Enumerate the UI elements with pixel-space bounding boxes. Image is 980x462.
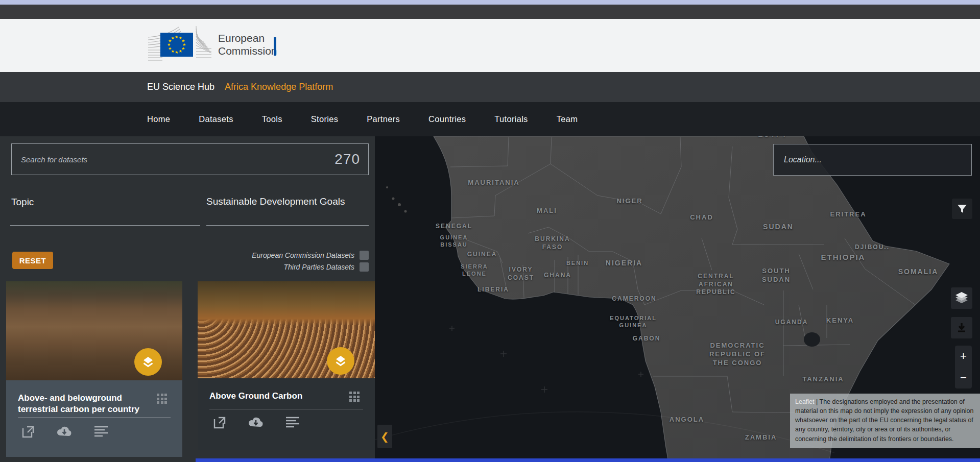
layers-icon (333, 354, 348, 368)
nav-item-partners[interactable]: Partners (367, 114, 400, 124)
checkbox-row-ec-datasets: European Commission Datasets (252, 251, 369, 260)
logo-right-lines (196, 26, 211, 58)
european-commission-logo[interactable]: European Commission (147, 24, 280, 69)
open-external-icon[interactable] (21, 425, 35, 439)
search-input[interactable] (12, 155, 334, 164)
sdg-select-underline[interactable] (206, 225, 369, 226)
dataset-thumbnail-logs[interactable] (198, 281, 375, 378)
zoom-out-button[interactable]: − (955, 367, 972, 388)
location-search-box (773, 144, 972, 176)
dataset-card[interactable]: Above Ground Carbon (198, 281, 375, 450)
logo-blue-bar (274, 37, 276, 56)
map-download-icon (957, 323, 967, 333)
sdg-select-label[interactable]: Sustainable Development Goals (206, 196, 345, 207)
nav-item-countries[interactable]: Countries (428, 114, 466, 124)
download-cloud-icon[interactable] (248, 416, 264, 428)
download-cloud-icon[interactable] (56, 425, 73, 437)
main-nav: HomeDatasetsToolsStoriesPartnersCountrie… (0, 102, 980, 136)
card-divider (209, 409, 363, 409)
description-lines-icon[interactable] (285, 416, 300, 428)
dataset-title[interactable]: Above- and belowground terrestrial carbo… (18, 393, 143, 415)
ec-datasets-label: European Commission Datasets (252, 251, 354, 259)
map-layers-icon (954, 291, 969, 305)
checkbox-row-third-party-datasets: Third Parties Datasets (284, 262, 369, 272)
description-lines-icon[interactable] (94, 425, 108, 437)
top-dark-strip (0, 5, 980, 19)
content-area: 270 Topic Sustainable Development Goals … (0, 136, 980, 462)
site-header: European Commission (0, 19, 980, 72)
third-party-datasets-checkbox[interactable] (360, 262, 369, 272)
nav-item-stories[interactable]: Stories (311, 114, 338, 124)
dataset-title[interactable]: Above Ground Carbon (209, 391, 334, 402)
footer-accent-bar (196, 458, 980, 462)
logo-text-line1: European (218, 32, 265, 44)
map-layers-button[interactable] (951, 287, 972, 309)
hub-platform-name[interactable]: Africa Knowledge Platform (225, 82, 333, 92)
dataset-card[interactable]: Above- and belowground terrestrial carbo… (6, 281, 182, 457)
datasets-sidebar: 270 Topic Sustainable Development Goals … (0, 136, 375, 462)
location-input[interactable] (774, 144, 971, 175)
africa-map[interactable]: EGYPTMAURITANIAMALINIGERCHADSUDANERITREA… (375, 136, 980, 462)
nav-item-tools[interactable]: Tools (262, 114, 282, 124)
topic-select-label[interactable]: Topic (11, 197, 34, 208)
ec-datasets-checkbox[interactable] (360, 251, 369, 260)
funnel-icon (957, 204, 967, 214)
nav-item-home[interactable]: Home (147, 114, 170, 124)
dataset-card-body: Above- and belowground terrestrial carbo… (6, 380, 182, 457)
hub-site-name[interactable]: EU Science Hub (147, 82, 214, 92)
zoom-in-button[interactable]: + (955, 346, 972, 367)
apps-grid-icon[interactable] (349, 392, 361, 403)
map-filter-button[interactable] (952, 199, 972, 219)
nav-item-tutorials[interactable]: Tutorials (494, 114, 528, 124)
topic-select-underline[interactable] (10, 225, 200, 226)
third-party-datasets-label: Third Parties Datasets (284, 263, 355, 271)
top-accent-strip (0, 0, 980, 5)
dataset-thumbnail-soil[interactable] (6, 281, 182, 380)
nav-item-team[interactable]: Team (557, 114, 578, 124)
add-layer-button[interactable] (134, 348, 162, 376)
dataset-card-body: Above Ground Carbon (198, 378, 375, 450)
nav-item-datasets[interactable]: Datasets (199, 114, 233, 124)
hub-bar: EU Science Hub Africa Knowledge Platform (0, 72, 980, 102)
map-download-button[interactable] (951, 317, 972, 338)
leaflet-link[interactable]: Leaflet (795, 398, 815, 405)
map-zoom-control: + − (955, 346, 972, 388)
map-attribution: Leaflet | The designations employed and … (790, 394, 980, 448)
apps-grid-icon[interactable] (157, 394, 168, 405)
dataset-search-box: 270 (11, 143, 369, 175)
card-actions (213, 416, 300, 429)
logo-text-line2: Commission (218, 45, 277, 57)
add-layer-button[interactable] (327, 347, 354, 375)
card-divider (18, 417, 171, 418)
result-count: 270 (334, 151, 368, 167)
card-actions (21, 425, 108, 439)
layers-icon (141, 355, 155, 369)
open-external-icon[interactable] (213, 416, 226, 429)
sidebar-collapse-button[interactable]: ❮ (377, 425, 392, 448)
reset-button[interactable]: RESET (12, 252, 53, 269)
attribution-text: | The designations employed and the pres… (795, 398, 974, 443)
